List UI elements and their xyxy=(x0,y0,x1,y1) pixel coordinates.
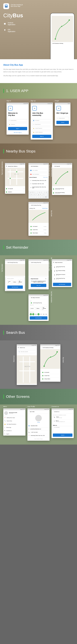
profile-name[interactable]: 👤 Samantha Smith xyxy=(27,424,50,428)
email-field[interactable]: ✉ Email Address xyxy=(8,119,27,122)
set-reminder-button[interactable]: Set Reminder xyxy=(30,316,47,320)
name-field[interactable]: 👤 Full Name xyxy=(32,119,51,122)
profile-screen: ▲ ▬ 12:30 ‹ My Profile Change 👤 Samantha… xyxy=(27,408,50,441)
svg-point-9 xyxy=(16,171,17,172)
recent-item[interactable]: ⚲ Hemenway Street, New York, USA xyxy=(30,179,48,182)
daily-reminders-screen: ▲ ▬ 12:30 ☰ Daily Reminders 🗑1104 Smoky … xyxy=(52,259,72,287)
map-view[interactable] xyxy=(52,168,72,186)
day-wed[interactable]: Wed xyxy=(35,313,37,315)
back-icon[interactable]: ‹ xyxy=(30,297,30,298)
search-input[interactable]: 🔍 Enter Bus Number xyxy=(18,350,36,353)
back-icon[interactable]: ‹ xyxy=(6,262,6,263)
delete-icon[interactable]: 🗑 xyxy=(54,274,55,275)
location-field[interactable]: Your Location xyxy=(30,169,48,172)
before-select[interactable]: Before xyxy=(36,307,41,310)
back-icon[interactable]: ‹ xyxy=(28,411,29,412)
mail-us[interactable]: ✉ Mail ussamanthasmith@mail.com xyxy=(53,419,72,423)
svg-rect-14 xyxy=(28,210,49,223)
bus-item[interactable]: 1104 Smoky Row ExpArriving 2 min xyxy=(52,187,72,191)
menu-icon[interactable]: ☰ xyxy=(18,347,19,348)
set-reminder-button[interactable]: Set Reminder xyxy=(7,286,23,289)
forgot-label: Forgot xyxy=(55,100,59,102)
call-us[interactable]: 📞 Call us+1 957 214 3210 xyxy=(53,416,72,419)
reminder-row[interactable]: 🗑1104 Smoky Row ExpTue, Thu xyxy=(53,277,71,281)
time-select[interactable]: 2 min ▾ xyxy=(7,280,12,284)
map-view[interactable]: WESTON xyxy=(5,168,25,186)
set-reminder-button[interactable]: Set Reminder xyxy=(53,283,71,286)
day-sun[interactable]: Sun xyxy=(45,313,47,315)
bus-route-screen: ▲ ▬ 12:30 ‹ 1104 Smoky Row Exp Arriving … xyxy=(28,202,49,236)
user-header[interactable]: Samantha SmithView Profile xyxy=(3,410,25,416)
signup-button[interactable]: Sign up xyxy=(32,135,51,138)
change-link[interactable]: Change xyxy=(29,422,48,423)
email-field[interactable]: ✉ Email Address xyxy=(32,123,51,126)
delete-icon[interactable]: 🗑 xyxy=(54,270,55,272)
delete-icon[interactable]: 🗑 xyxy=(54,278,55,279)
stop-select[interactable]: Old Sawmill ▾ xyxy=(42,306,47,311)
map-view[interactable]: WESTON xyxy=(17,355,37,384)
back-icon[interactable]: ‹ xyxy=(30,262,30,263)
menu-share[interactable]: ↗ Share App xyxy=(3,426,25,429)
reminder-row[interactable]: 🗑5411 Sandune InterlayDaily xyxy=(53,269,71,273)
about-section: About City Bus App City bus app tracks b… xyxy=(0,59,77,83)
keyboard[interactable]: qwertyuiop asdfghjkl ⇧zxcvbnm⌫ xyxy=(28,190,49,199)
reminder-row[interactable]: 🗑1884 Namone ExpressMon, Tue xyxy=(53,273,71,277)
time-select[interactable]: 2 min ▾ xyxy=(30,307,35,310)
set-daily-screen: ▲ ▬ 12:30 ‹ Set daily reminders From 110… xyxy=(28,294,49,321)
feedback-textarea[interactable]: Your feedback xyxy=(53,426,72,432)
set-reminder-screen: ▲ ▬ 12:30 ‹ 1104 Smoky Row Exp Remind me… xyxy=(5,259,25,291)
menu-nearby[interactable]: 📍 Nearby Bus stops xyxy=(3,416,25,419)
map-view[interactable] xyxy=(28,210,49,223)
password-field[interactable]: 🔒 Password xyxy=(8,123,27,126)
route-label: Bus Route xyxy=(51,210,52,216)
stop-select[interactable]: Old Sawmill ▾ xyxy=(18,280,23,284)
menu-search[interactable]: 🔍 Search Bus xyxy=(3,419,25,422)
confirm-field[interactable]: 🔒 Confirm Password xyxy=(32,131,51,134)
svg-point-6 xyxy=(69,20,70,21)
back-icon[interactable]: ‹ xyxy=(41,347,42,348)
day-sat[interactable]: Sat xyxy=(43,313,45,315)
back-icon[interactable]: ‹ xyxy=(30,205,30,206)
password-field[interactable]: 🔒 Create Password xyxy=(32,127,51,130)
back-icon[interactable]: ‹ xyxy=(30,166,30,167)
map-view[interactable] xyxy=(5,264,25,276)
signin-button[interactable]: Sign in xyxy=(8,127,27,130)
back-icon[interactable]: ‹ xyxy=(53,411,53,412)
destination-field[interactable]: Enter Destination xyxy=(30,173,48,176)
map-view[interactable] xyxy=(40,349,60,369)
day-tue[interactable]: Tue xyxy=(32,313,34,315)
profile-address[interactable]: 📍 Hemenway Street, New York, USA xyxy=(27,434,50,437)
day-thu[interactable]: Thu xyxy=(37,313,40,315)
reminder-row[interactable]: 🗑1104 Smoky Row ExpMon, Tue xyxy=(53,265,71,269)
profile-phone[interactable]: 📞 +1 957 214 3210 xyxy=(27,431,50,434)
submit-button[interactable]: Submit xyxy=(53,434,72,437)
set-daily-label: Set Daily reminders xyxy=(51,291,52,302)
yes-button[interactable]: Yes, I do xyxy=(31,284,46,287)
day-mon[interactable]: Mon xyxy=(30,313,32,315)
bus-logo-icon: 🚌 xyxy=(56,106,61,110)
delete-icon[interactable]: 🗑 xyxy=(54,266,55,268)
map-view xyxy=(28,264,49,276)
menu-icon[interactable]: ☰ xyxy=(53,262,54,263)
section-search: Search Bus xyxy=(0,325,77,340)
email-field[interactable]: ✉ Email Address xyxy=(56,117,69,120)
day-fri[interactable]: Fri xyxy=(40,313,42,315)
back-icon[interactable]: ‹ xyxy=(53,166,53,167)
before-select[interactable]: Before xyxy=(13,281,17,284)
recent-item[interactable]: ⚲ Goldmn Business Park, New York, USA xyxy=(30,186,48,190)
menu-logout[interactable]: ⎋ Logout xyxy=(3,432,25,436)
svg-text:WESTON: WESTON xyxy=(25,366,30,367)
submit-button[interactable]: Submit xyxy=(56,121,69,124)
profile-email[interactable]: ✉ samanthasmith@mail.com xyxy=(27,428,50,431)
recent-item[interactable]: ⚲ City Garden, New York, USA xyxy=(30,182,48,186)
route-stop: Old Sawmill12:30pm xyxy=(30,225,48,228)
bus-item[interactable]: 2149 Garsdurat InterlayArriving 5 min xyxy=(52,191,72,195)
auth-screens: Sign in ▲ ▬ 12:30 🚌 Welcome to City Bus … xyxy=(0,99,77,144)
signup-link[interactable]: New user? Sign up xyxy=(8,132,27,133)
menu-reminders[interactable]: 🔔 Set Daily Reminders xyxy=(3,422,25,426)
close-icon[interactable]: ✕ xyxy=(45,278,46,279)
stop-item[interactable]: Sawmill 2› xyxy=(5,190,25,194)
menu-connect[interactable]: ✉ Connect us xyxy=(3,429,25,432)
stop-item[interactable]: Old Sawmill› xyxy=(5,187,25,190)
menu-icon[interactable]: ☰ xyxy=(6,166,7,167)
